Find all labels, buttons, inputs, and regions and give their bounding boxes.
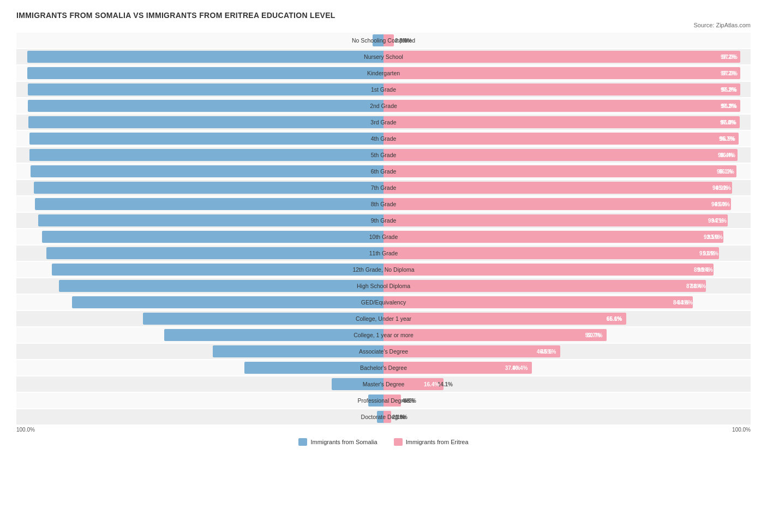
row-label: 11th Grade <box>369 246 398 261</box>
chart-row: College, 1 year or more59.7%60.7% <box>16 327 751 343</box>
eritrea-value: 93.7% <box>708 218 723 224</box>
row-label: 10th Grade <box>369 229 398 244</box>
eritrea-value: 97.2% <box>721 87 736 93</box>
eritrea-value: 4.8% <box>402 398 415 404</box>
row-label: 5th Grade <box>371 147 397 163</box>
row-label: College, Under 1 year <box>356 311 411 326</box>
chart-row: 5th Grade96.4%96.4% <box>16 147 751 163</box>
eritrea-bar <box>384 329 607 341</box>
chart-row: 3rd Grade96.8%97.0% <box>16 115 751 130</box>
axis-bottom: 100.0% 100.0% <box>16 427 751 433</box>
row-label: Associate's Degree <box>359 344 408 359</box>
eritrea-value: 97.2% <box>721 70 736 76</box>
row-label: 3rd Grade <box>370 115 396 130</box>
somalia-bar <box>72 296 384 308</box>
eritrea-bar <box>384 67 740 79</box>
eritrea-value: 66.1% <box>607 316 622 322</box>
chart-row: High School Diploma88.4%87.8% <box>16 278 751 294</box>
row-label: Kindergarten <box>367 65 400 81</box>
eritrea-value: 89.9% <box>694 267 709 273</box>
chart-row: 2nd Grade96.9%97.2% <box>16 98 751 113</box>
eritrea-bar <box>384 264 714 276</box>
row-label: 7th Grade <box>371 180 397 195</box>
chart-row: Associate's Degree46.5%48.1% <box>16 344 751 359</box>
chart-row: Nursery School97.0%97.2% <box>16 49 751 64</box>
somalia-bar <box>31 165 384 177</box>
axis-right-label: 100.0% <box>732 427 751 433</box>
somalia-bar <box>28 100 384 112</box>
somalia-bar <box>29 133 384 145</box>
row-label: 8th Grade <box>371 196 397 212</box>
eritrea-value: 96.1% <box>717 169 732 175</box>
chart-row: No Schooling Completed3.0%2.8% <box>16 33 751 48</box>
somalia-bar <box>28 83 384 95</box>
chart-row: 6th Grade96.1%96.1% <box>16 164 751 179</box>
chart-row: Bachelor's Degree37.9%40.4% <box>16 360 751 375</box>
row-label: High School Diploma <box>357 278 410 294</box>
somalia-bar <box>35 198 384 210</box>
eritrea-value: 94.9% <box>712 185 728 191</box>
chart-row: Professional Degree4.1%4.8% <box>16 393 751 408</box>
somalia-bar <box>27 67 384 79</box>
eritrea-bar <box>384 231 723 243</box>
legend-somalia: Immigrants from Somalia <box>298 438 377 446</box>
somalia-bar <box>59 280 384 292</box>
axis-left-label: 100.0% <box>16 427 35 433</box>
chart-area: No Schooling Completed3.0%2.8%Nursery Sc… <box>16 33 751 425</box>
somalia-value: 14.1% <box>438 381 453 387</box>
eritrea-value: 87.8% <box>686 283 702 289</box>
chart-row: Kindergarten97.0%97.2% <box>16 65 751 81</box>
row-label: Master's Degree <box>363 376 405 392</box>
row-label: Nursery School <box>364 49 403 64</box>
eritrea-bar <box>384 345 560 357</box>
eritrea-value: 96.7% <box>719 136 734 142</box>
chart-row: Doctorate Degree1.8%2.1% <box>16 409 751 425</box>
eritrea-value: 2.1% <box>392 414 405 420</box>
eritrea-bar <box>384 83 740 95</box>
chart-row: 7th Grade95.2%94.9% <box>16 180 751 195</box>
chart-row: Master's Degree14.1%16.4% <box>16 376 751 392</box>
chart-row: 1st Grade96.9%97.2% <box>16 82 751 97</box>
row-label: 6th Grade <box>371 164 397 179</box>
legend-eritrea-box <box>394 438 403 446</box>
somalia-bar <box>38 214 384 226</box>
chart-row: College, Under 1 year65.6%66.1% <box>16 311 751 326</box>
row-label: 4th Grade <box>371 131 397 146</box>
eritrea-value: 97.0% <box>720 119 735 125</box>
eritrea-value: 84.3% <box>673 300 688 306</box>
somalia-bar <box>42 231 384 243</box>
row-label: College, 1 year or more <box>353 327 414 343</box>
somalia-bar <box>143 313 384 325</box>
row-label: GED/Equivalency <box>361 295 406 310</box>
somalia-bar <box>27 51 384 63</box>
legend-somalia-label: Immigrants from Somalia <box>310 439 377 445</box>
eritrea-value: 48.1% <box>541 349 556 355</box>
row-label: 12th Grade, No Diploma <box>352 262 414 277</box>
somalia-bar <box>46 247 384 259</box>
somalia-bar <box>213 345 384 357</box>
eritrea-bar <box>384 51 740 63</box>
somalia-bar <box>29 149 384 161</box>
eritrea-value: 60.7% <box>587 332 602 338</box>
eritrea-value: 94.6% <box>711 201 727 207</box>
somalia-bar <box>164 329 384 341</box>
eritrea-bar <box>384 247 719 259</box>
eritrea-value: 92.5% <box>704 234 719 240</box>
chart-row: 11th Grade91.9%91.4% <box>16 246 751 261</box>
eritrea-bar <box>384 214 728 226</box>
chart-row: 9th Grade94.1%93.7% <box>16 213 751 228</box>
legend-eritrea-label: Immigrants from Eritrea <box>406 439 469 445</box>
eritrea-bar <box>384 133 739 145</box>
eritrea-bar <box>384 116 740 128</box>
chart-row: 4th Grade96.5%96.7% <box>16 131 751 146</box>
somalia-bar <box>34 182 384 194</box>
legend: Immigrants from Somalia Immigrants from … <box>16 438 751 446</box>
row-label: 9th Grade <box>371 213 397 228</box>
row-label: Bachelor's Degree <box>360 360 407 375</box>
eritrea-bar <box>384 313 626 325</box>
chart-row: 12th Grade, No Diploma90.4%89.9% <box>16 262 751 277</box>
eritrea-bar <box>384 198 731 210</box>
somalia-bar <box>28 116 384 128</box>
eritrea-value: 97.2% <box>721 103 736 109</box>
chart-title: IMMIGRANTS FROM SOMALIA VS IMMIGRANTS FR… <box>16 11 751 20</box>
